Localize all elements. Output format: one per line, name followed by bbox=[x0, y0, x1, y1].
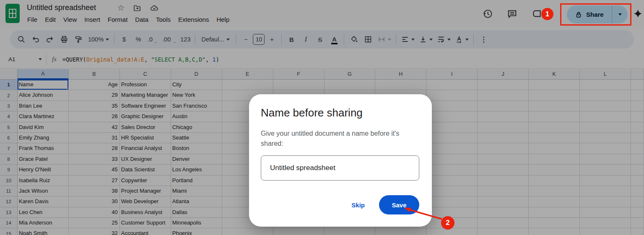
dialog-title: Name before sharing bbox=[261, 106, 363, 119]
dialog-actions: Skip Save bbox=[351, 195, 419, 214]
document-name-input[interactable] bbox=[261, 155, 419, 181]
save-button[interactable]: Save bbox=[379, 195, 419, 214]
skip-button[interactable]: Skip bbox=[351, 201, 365, 209]
name-before-sharing-dialog: Name before sharing Give your untitled d… bbox=[249, 94, 432, 227]
dialog-body-text: Give your untitled document a name befor… bbox=[261, 129, 418, 149]
google-sheets-app: Untitled spreadsheet ☆ FileEditViewInser… bbox=[0, 0, 644, 235]
